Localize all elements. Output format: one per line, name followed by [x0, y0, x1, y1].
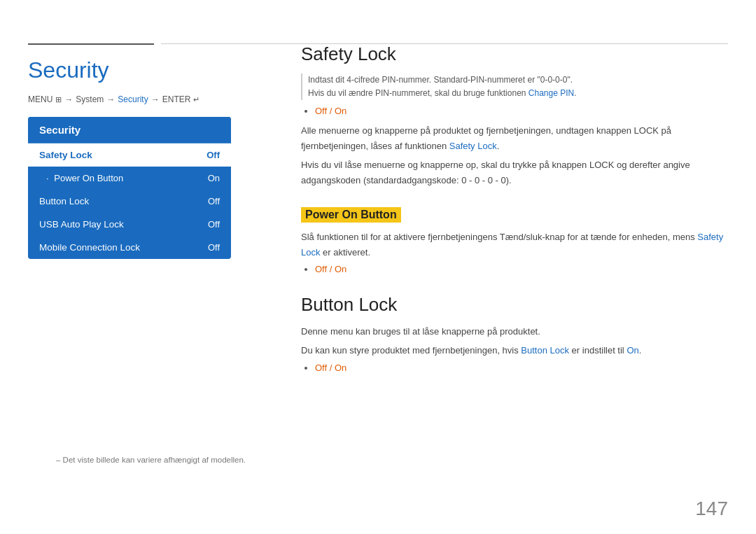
button-lock-off-on-text[interactable]: Off / On — [315, 363, 346, 373]
menu-box-title: Security — [28, 117, 231, 143]
breadcrumb-security: Security — [118, 94, 148, 104]
safety-lock-section: Safety Lock Indtast dit 4-cifrede PIN-nu… — [301, 43, 728, 188]
button-lock-title: Button Lock — [301, 294, 728, 316]
menu-item-label: · Power On Button — [46, 173, 123, 183]
power-on-button-section: Power On Button Slå funktionen til for a… — [301, 207, 728, 274]
menu-item-label: Safety Lock — [39, 150, 92, 160]
safety-lock-bullet-item: Off / On — [315, 106, 728, 116]
menu-item-value: Off — [208, 219, 220, 230]
button-lock-section: Button Lock Denne menu kan bruges til at… — [301, 294, 728, 373]
breadcrumb-arrow2: → — [106, 94, 115, 104]
button-lock-bullet-item: Off / On — [315, 363, 728, 373]
breadcrumb-enter-icon: ↵ — [193, 95, 200, 104]
safety-lock-title: Safety Lock — [301, 43, 728, 65]
breadcrumb: MENU ⊞ → System → Security → ENTER ↵ — [28, 94, 287, 104]
menu-item-safety-lock[interactable]: Safety Lock Off — [28, 143, 231, 167]
breadcrumb-enter: ENTER — [162, 94, 191, 104]
breadcrumb-menu-icon: ⊞ — [55, 95, 62, 104]
menu-item-usb-auto-play-lock[interactable]: USB Auto Play Lock Off — [28, 213, 231, 236]
safety-lock-bullet-list: Off / On — [315, 106, 728, 116]
menu-item-value: Off — [208, 242, 220, 253]
menu-item-label: Button Lock — [39, 196, 89, 206]
menu-item-power-on-button[interactable]: · Power On Button On — [28, 167, 231, 190]
safety-lock-body1: Alle menuerne og knapperne på produktet … — [301, 123, 728, 153]
menu-item-value: Off — [206, 150, 220, 160]
button-lock-link[interactable]: Button Lock — [521, 345, 569, 356]
right-panel: Safety Lock Indtast dit 4-cifrede PIN-nu… — [301, 43, 728, 506]
note-text: Indtast dit 4-cifrede PIN-nummer. Standa… — [308, 75, 577, 98]
page-title: Security — [28, 57, 287, 83]
security-menu: Security Safety Lock Off · Power On Butt… — [28, 117, 231, 259]
button-lock-body2: Du kan kun styre produktet med fjernbetj… — [301, 343, 728, 358]
menu-item-label: USB Auto Play Lock — [39, 219, 124, 230]
left-panel: Security MENU ⊞ → System → Security → EN… — [28, 43, 287, 506]
off-on-text[interactable]: Off / On — [315, 106, 346, 116]
power-on-bullet-item: Off / On — [315, 264, 728, 274]
menu-item-value: On — [208, 173, 220, 183]
power-on-button-body: Slå funktionen til for at aktivere fjern… — [301, 230, 728, 260]
breadcrumb-arrow1: → — [64, 94, 73, 104]
button-lock-bullet-list: Off / On — [315, 363, 728, 373]
page-number: 147 — [695, 498, 728, 520]
safety-lock-body2: Hvis du vil låse menuerne og knapperne o… — [301, 157, 728, 188]
button-lock-body1: Denne menu kan bruges til at låse knappe… — [301, 324, 728, 339]
power-off-on-text[interactable]: Off / On — [315, 264, 346, 274]
breadcrumb-arrow3: → — [151, 94, 160, 104]
safety-lock-link1[interactable]: Safety Lock — [449, 141, 497, 151]
breadcrumb-menu: MENU — [28, 94, 52, 104]
footnote: – Det viste billede kan variere afhængig… — [56, 456, 246, 464]
menu-item-mobile-connection-lock[interactable]: Mobile Connection Lock Off — [28, 236, 231, 259]
on-link[interactable]: On — [626, 345, 638, 356]
menu-item-value: Off — [208, 196, 220, 206]
menu-item-button-lock[interactable]: Button Lock Off — [28, 190, 231, 213]
menu-item-label: Mobile Connection Lock — [39, 242, 140, 253]
breadcrumb-system: System — [76, 94, 104, 104]
power-on-bullet-list: Off / On — [315, 264, 728, 274]
safety-lock-note: Indtast dit 4-cifrede PIN-nummer. Standa… — [301, 73, 728, 100]
safety-lock-link2[interactable]: Safety Lock — [301, 232, 723, 257]
power-on-button-title: Power On Button — [301, 207, 401, 223]
change-pin-link[interactable]: Change PIN — [528, 88, 574, 98]
